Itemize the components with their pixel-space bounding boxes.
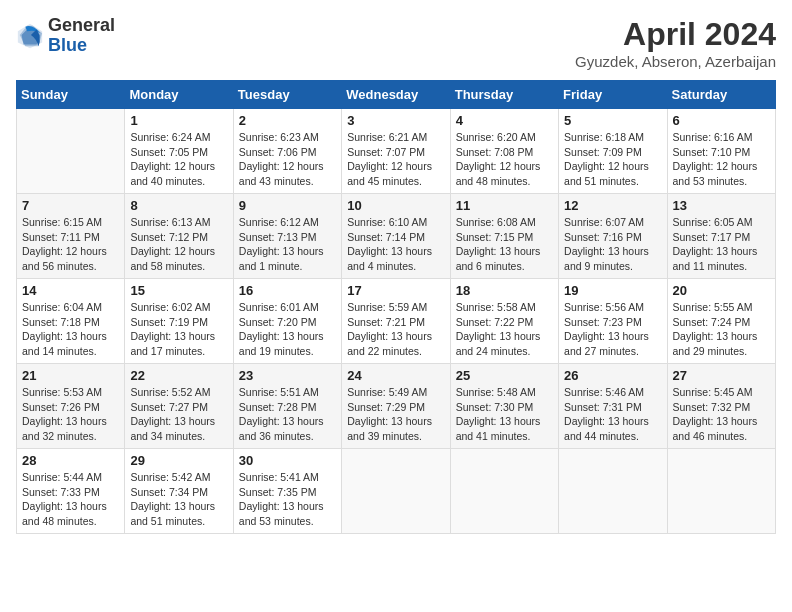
weekday-header: Tuesday <box>233 81 341 109</box>
day-info: Sunrise: 6:04 AM Sunset: 7:18 PM Dayligh… <box>22 300 119 359</box>
calendar-cell: 26Sunrise: 5:46 AM Sunset: 7:31 PM Dayli… <box>559 364 667 449</box>
calendar-cell: 15Sunrise: 6:02 AM Sunset: 7:19 PM Dayli… <box>125 279 233 364</box>
calendar-cell: 19Sunrise: 5:56 AM Sunset: 7:23 PM Dayli… <box>559 279 667 364</box>
week-row: 1Sunrise: 6:24 AM Sunset: 7:05 PM Daylig… <box>17 109 776 194</box>
week-row: 7Sunrise: 6:15 AM Sunset: 7:11 PM Daylig… <box>17 194 776 279</box>
calendar-cell: 14Sunrise: 6:04 AM Sunset: 7:18 PM Dayli… <box>17 279 125 364</box>
calendar-cell: 22Sunrise: 5:52 AM Sunset: 7:27 PM Dayli… <box>125 364 233 449</box>
day-number: 28 <box>22 453 119 468</box>
calendar-cell <box>667 449 775 534</box>
day-number: 24 <box>347 368 444 383</box>
day-number: 26 <box>564 368 661 383</box>
month-title: April 2024 <box>575 16 776 53</box>
calendar-cell: 13Sunrise: 6:05 AM Sunset: 7:17 PM Dayli… <box>667 194 775 279</box>
day-info: Sunrise: 5:44 AM Sunset: 7:33 PM Dayligh… <box>22 470 119 529</box>
calendar-cell: 3Sunrise: 6:21 AM Sunset: 7:07 PM Daylig… <box>342 109 450 194</box>
day-number: 14 <box>22 283 119 298</box>
calendar-cell: 2Sunrise: 6:23 AM Sunset: 7:06 PM Daylig… <box>233 109 341 194</box>
calendar-cell: 7Sunrise: 6:15 AM Sunset: 7:11 PM Daylig… <box>17 194 125 279</box>
day-number: 21 <box>22 368 119 383</box>
day-info: Sunrise: 6:02 AM Sunset: 7:19 PM Dayligh… <box>130 300 227 359</box>
day-info: Sunrise: 5:45 AM Sunset: 7:32 PM Dayligh… <box>673 385 770 444</box>
day-number: 29 <box>130 453 227 468</box>
calendar-cell: 24Sunrise: 5:49 AM Sunset: 7:29 PM Dayli… <box>342 364 450 449</box>
weekday-header: Thursday <box>450 81 558 109</box>
weekday-header: Saturday <box>667 81 775 109</box>
week-row: 21Sunrise: 5:53 AM Sunset: 7:26 PM Dayli… <box>17 364 776 449</box>
week-row: 14Sunrise: 6:04 AM Sunset: 7:18 PM Dayli… <box>17 279 776 364</box>
calendar-cell: 18Sunrise: 5:58 AM Sunset: 7:22 PM Dayli… <box>450 279 558 364</box>
day-info: Sunrise: 6:23 AM Sunset: 7:06 PM Dayligh… <box>239 130 336 189</box>
day-number: 25 <box>456 368 553 383</box>
calendar-cell: 21Sunrise: 5:53 AM Sunset: 7:26 PM Dayli… <box>17 364 125 449</box>
day-info: Sunrise: 6:16 AM Sunset: 7:10 PM Dayligh… <box>673 130 770 189</box>
day-number: 3 <box>347 113 444 128</box>
calendar-cell: 12Sunrise: 6:07 AM Sunset: 7:16 PM Dayli… <box>559 194 667 279</box>
calendar-cell: 5Sunrise: 6:18 AM Sunset: 7:09 PM Daylig… <box>559 109 667 194</box>
calendar-cell: 28Sunrise: 5:44 AM Sunset: 7:33 PM Dayli… <box>17 449 125 534</box>
day-info: Sunrise: 6:21 AM Sunset: 7:07 PM Dayligh… <box>347 130 444 189</box>
weekday-header-row: SundayMondayTuesdayWednesdayThursdayFrid… <box>17 81 776 109</box>
day-number: 15 <box>130 283 227 298</box>
day-number: 16 <box>239 283 336 298</box>
calendar-cell: 25Sunrise: 5:48 AM Sunset: 7:30 PM Dayli… <box>450 364 558 449</box>
day-number: 18 <box>456 283 553 298</box>
calendar-cell: 6Sunrise: 6:16 AM Sunset: 7:10 PM Daylig… <box>667 109 775 194</box>
day-number: 9 <box>239 198 336 213</box>
day-number: 27 <box>673 368 770 383</box>
day-info: Sunrise: 6:07 AM Sunset: 7:16 PM Dayligh… <box>564 215 661 274</box>
day-number: 22 <box>130 368 227 383</box>
day-info: Sunrise: 6:13 AM Sunset: 7:12 PM Dayligh… <box>130 215 227 274</box>
day-info: Sunrise: 6:15 AM Sunset: 7:11 PM Dayligh… <box>22 215 119 274</box>
day-number: 5 <box>564 113 661 128</box>
day-number: 30 <box>239 453 336 468</box>
calendar-cell: 8Sunrise: 6:13 AM Sunset: 7:12 PM Daylig… <box>125 194 233 279</box>
calendar-cell: 27Sunrise: 5:45 AM Sunset: 7:32 PM Dayli… <box>667 364 775 449</box>
calendar-cell <box>559 449 667 534</box>
page-header: General Blue April 2024 Gyuzdek, Abseron… <box>16 16 776 70</box>
calendar-cell <box>17 109 125 194</box>
day-number: 13 <box>673 198 770 213</box>
weekday-header: Monday <box>125 81 233 109</box>
weekday-header: Wednesday <box>342 81 450 109</box>
day-number: 23 <box>239 368 336 383</box>
calendar-cell <box>342 449 450 534</box>
day-number: 20 <box>673 283 770 298</box>
day-info: Sunrise: 5:48 AM Sunset: 7:30 PM Dayligh… <box>456 385 553 444</box>
day-info: Sunrise: 5:58 AM Sunset: 7:22 PM Dayligh… <box>456 300 553 359</box>
calendar-cell: 20Sunrise: 5:55 AM Sunset: 7:24 PM Dayli… <box>667 279 775 364</box>
day-info: Sunrise: 6:08 AM Sunset: 7:15 PM Dayligh… <box>456 215 553 274</box>
week-row: 28Sunrise: 5:44 AM Sunset: 7:33 PM Dayli… <box>17 449 776 534</box>
day-info: Sunrise: 5:46 AM Sunset: 7:31 PM Dayligh… <box>564 385 661 444</box>
day-info: Sunrise: 5:41 AM Sunset: 7:35 PM Dayligh… <box>239 470 336 529</box>
calendar-cell: 30Sunrise: 5:41 AM Sunset: 7:35 PM Dayli… <box>233 449 341 534</box>
day-info: Sunrise: 5:52 AM Sunset: 7:27 PM Dayligh… <box>130 385 227 444</box>
day-number: 19 <box>564 283 661 298</box>
day-info: Sunrise: 5:49 AM Sunset: 7:29 PM Dayligh… <box>347 385 444 444</box>
day-info: Sunrise: 5:42 AM Sunset: 7:34 PM Dayligh… <box>130 470 227 529</box>
day-info: Sunrise: 6:05 AM Sunset: 7:17 PM Dayligh… <box>673 215 770 274</box>
day-number: 7 <box>22 198 119 213</box>
calendar-cell: 4Sunrise: 6:20 AM Sunset: 7:08 PM Daylig… <box>450 109 558 194</box>
logo-icon <box>16 22 44 50</box>
day-info: Sunrise: 5:55 AM Sunset: 7:24 PM Dayligh… <box>673 300 770 359</box>
day-info: Sunrise: 6:24 AM Sunset: 7:05 PM Dayligh… <box>130 130 227 189</box>
calendar-cell: 17Sunrise: 5:59 AM Sunset: 7:21 PM Dayli… <box>342 279 450 364</box>
logo: General Blue <box>16 16 115 56</box>
day-number: 1 <box>130 113 227 128</box>
calendar-cell: 1Sunrise: 6:24 AM Sunset: 7:05 PM Daylig… <box>125 109 233 194</box>
logo-blue-text: Blue <box>48 35 87 55</box>
logo-general-text: General <box>48 15 115 35</box>
calendar-table: SundayMondayTuesdayWednesdayThursdayFrid… <box>16 80 776 534</box>
day-info: Sunrise: 6:18 AM Sunset: 7:09 PM Dayligh… <box>564 130 661 189</box>
day-info: Sunrise: 5:56 AM Sunset: 7:23 PM Dayligh… <box>564 300 661 359</box>
calendar-cell: 29Sunrise: 5:42 AM Sunset: 7:34 PM Dayli… <box>125 449 233 534</box>
calendar-cell: 23Sunrise: 5:51 AM Sunset: 7:28 PM Dayli… <box>233 364 341 449</box>
day-number: 11 <box>456 198 553 213</box>
calendar-cell <box>450 449 558 534</box>
location-text: Gyuzdek, Abseron, Azerbaijan <box>575 53 776 70</box>
day-info: Sunrise: 6:10 AM Sunset: 7:14 PM Dayligh… <box>347 215 444 274</box>
day-number: 17 <box>347 283 444 298</box>
day-info: Sunrise: 5:53 AM Sunset: 7:26 PM Dayligh… <box>22 385 119 444</box>
title-block: April 2024 Gyuzdek, Abseron, Azerbaijan <box>575 16 776 70</box>
